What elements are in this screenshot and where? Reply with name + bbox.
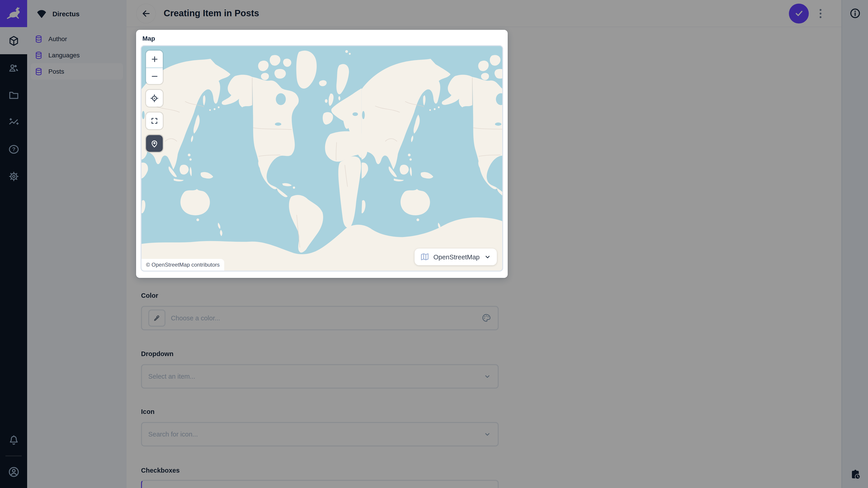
- crosshair-gps-icon: [150, 94, 159, 103]
- minus-icon: [150, 72, 159, 80]
- world-map: [142, 46, 502, 271]
- map-canvas[interactable]: © OpenStreetMap contributors OpenStreetM…: [141, 45, 503, 271]
- map-icon: [420, 252, 429, 262]
- basemap-label: OpenStreetMap: [433, 253, 480, 260]
- map-attribution[interactable]: © OpenStreetMap contributors: [142, 259, 224, 271]
- fullscreen-control: [146, 112, 163, 129]
- zoom-control-group: [146, 51, 163, 84]
- map-controls: [146, 51, 163, 152]
- map-field-card: Map: [136, 30, 508, 278]
- plus-icon: [150, 55, 159, 64]
- add-point-control: [146, 135, 163, 152]
- geolocate-button[interactable]: [146, 90, 163, 107]
- geolocate-control: [146, 90, 163, 107]
- app-window: ?: [0, 0, 868, 488]
- zoom-in-button[interactable]: [146, 51, 163, 67]
- fullscreen-button[interactable]: [146, 112, 163, 129]
- basemap-select-button[interactable]: OpenStreetMap: [414, 249, 497, 265]
- map-field-label: Map: [143, 35, 503, 42]
- fullscreen-icon: [150, 117, 159, 125]
- pin-plus-icon: [150, 139, 159, 148]
- zoom-out-button[interactable]: [146, 67, 163, 84]
- add-point-button[interactable]: [146, 135, 163, 152]
- chevron-down-icon: [484, 253, 491, 261]
